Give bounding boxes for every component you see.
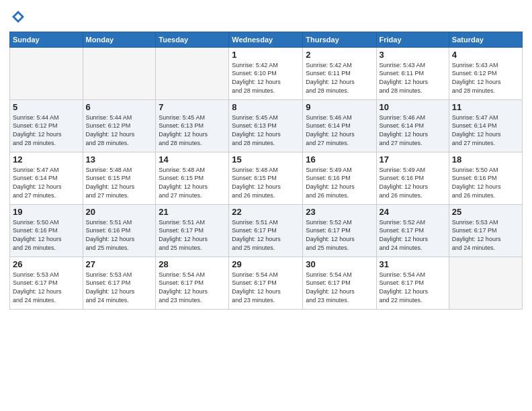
day-number: 19 [13,207,80,217]
day-number: 14 [159,154,226,165]
day-number: 11 [452,102,519,112]
calendar-cell: 4Sunrise: 5:43 AM Sunset: 6:12 PM Daylig… [449,47,522,99]
weekday-header-thursday: Thursday [303,32,376,47]
day-number: 28 [159,259,226,269]
day-number: 20 [86,207,153,217]
day-info: Sunrise: 5:50 AM Sunset: 6:16 PM Dayligh… [13,218,80,252]
day-info: Sunrise: 5:53 AM Sunset: 6:17 PM Dayligh… [86,271,153,304]
calendar-cell: 17Sunrise: 5:49 AM Sunset: 6:16 PM Dayli… [376,152,449,204]
day-number: 21 [159,207,226,217]
day-number: 6 [86,102,153,112]
day-info: Sunrise: 5:46 AM Sunset: 6:14 PM Dayligh… [380,113,446,147]
day-info: Sunrise: 5:51 AM Sunset: 6:17 PM Dayligh… [232,218,300,252]
day-info: Sunrise: 5:42 AM Sunset: 6:11 PM Dayligh… [306,61,373,95]
week-row-1: 1Sunrise: 5:42 AM Sunset: 6:10 PM Daylig… [10,47,523,99]
day-info: Sunrise: 5:48 AM Sunset: 6:15 PM Dayligh… [86,166,153,199]
week-row-5: 26Sunrise: 5:53 AM Sunset: 6:17 PM Dayli… [10,257,523,309]
day-info: Sunrise: 5:47 AM Sunset: 6:14 PM Dayligh… [452,113,519,147]
day-number: 31 [380,259,446,269]
day-info: Sunrise: 5:51 AM Sunset: 6:17 PM Dayligh… [159,218,226,252]
day-number: 1 [232,50,300,60]
calendar-cell [449,257,522,309]
day-number: 27 [86,259,153,269]
day-number: 22 [232,207,300,217]
day-number: 24 [380,207,446,217]
calendar-cell: 11Sunrise: 5:47 AM Sunset: 6:14 PM Dayli… [449,99,522,152]
day-info: Sunrise: 5:46 AM Sunset: 6:14 PM Dayligh… [306,113,373,147]
calendar-cell: 25Sunrise: 5:53 AM Sunset: 6:17 PM Dayli… [449,204,522,257]
calendar-cell: 7Sunrise: 5:45 AM Sunset: 6:13 PM Daylig… [156,99,229,152]
weekday-header-friday: Friday [376,32,449,47]
calendar: SundayMondayTuesdayWednesdayThursdayFrid… [9,32,523,310]
calendar-cell: 20Sunrise: 5:51 AM Sunset: 6:16 PM Dayli… [83,204,156,257]
day-info: Sunrise: 5:48 AM Sunset: 6:15 PM Dayligh… [232,166,300,199]
weekday-header-wednesday: Wednesday [229,32,303,47]
day-info: Sunrise: 5:54 AM Sunset: 6:17 PM Dayligh… [159,271,226,304]
day-info: Sunrise: 5:47 AM Sunset: 6:14 PM Dayligh… [13,166,80,199]
calendar-cell: 18Sunrise: 5:50 AM Sunset: 6:16 PM Dayli… [449,152,522,204]
day-info: Sunrise: 5:51 AM Sunset: 6:16 PM Dayligh… [86,218,153,252]
logo-icon [11,9,26,24]
week-row-3: 12Sunrise: 5:47 AM Sunset: 6:14 PM Dayli… [10,152,523,204]
day-info: Sunrise: 5:45 AM Sunset: 6:13 PM Dayligh… [232,113,300,147]
day-number: 2 [306,50,373,60]
calendar-cell [10,47,83,99]
calendar-cell: 14Sunrise: 5:48 AM Sunset: 6:15 PM Dayli… [156,152,229,204]
calendar-cell [156,47,229,99]
calendar-cell [83,47,156,99]
weekday-header-saturday: Saturday [449,32,522,47]
calendar-cell: 19Sunrise: 5:50 AM Sunset: 6:16 PM Dayli… [10,204,83,257]
calendar-cell: 5Sunrise: 5:44 AM Sunset: 6:12 PM Daylig… [10,99,83,152]
day-info: Sunrise: 5:53 AM Sunset: 6:17 PM Dayligh… [452,218,519,252]
day-info: Sunrise: 5:45 AM Sunset: 6:13 PM Dayligh… [159,113,226,147]
calendar-cell: 10Sunrise: 5:46 AM Sunset: 6:14 PM Dayli… [376,99,449,152]
calendar-cell: 29Sunrise: 5:54 AM Sunset: 6:17 PM Dayli… [229,257,303,309]
day-number: 17 [380,154,446,165]
day-info: Sunrise: 5:44 AM Sunset: 6:12 PM Dayligh… [86,113,153,147]
calendar-cell: 8Sunrise: 5:45 AM Sunset: 6:13 PM Daylig… [229,99,303,152]
calendar-cell: 21Sunrise: 5:51 AM Sunset: 6:17 PM Dayli… [156,204,229,257]
weekday-header-tuesday: Tuesday [156,32,229,47]
day-info: Sunrise: 5:54 AM Sunset: 6:17 PM Dayligh… [232,271,300,304]
calendar-cell: 13Sunrise: 5:48 AM Sunset: 6:15 PM Dayli… [83,152,156,204]
day-number: 23 [306,207,373,217]
calendar-cell: 24Sunrise: 5:52 AM Sunset: 6:17 PM Dayli… [376,204,449,257]
week-row-4: 19Sunrise: 5:50 AM Sunset: 6:16 PM Dayli… [10,204,523,257]
calendar-cell: 23Sunrise: 5:52 AM Sunset: 6:17 PM Dayli… [303,204,376,257]
day-number: 18 [452,154,519,165]
calendar-cell: 22Sunrise: 5:51 AM Sunset: 6:17 PM Dayli… [229,204,303,257]
weekday-header-sunday: Sunday [10,32,83,47]
weekday-header-monday: Monday [83,32,156,47]
day-number: 7 [159,102,226,112]
calendar-cell: 6Sunrise: 5:44 AM Sunset: 6:12 PM Daylig… [83,99,156,152]
week-row-2: 5Sunrise: 5:44 AM Sunset: 6:12 PM Daylig… [10,99,523,152]
day-number: 9 [306,102,373,112]
weekday-header-row: SundayMondayTuesdayWednesdayThursdayFrid… [10,32,523,47]
day-number: 12 [13,154,80,165]
day-info: Sunrise: 5:48 AM Sunset: 6:15 PM Dayligh… [159,166,226,199]
day-number: 10 [380,102,446,112]
day-info: Sunrise: 5:53 AM Sunset: 6:17 PM Dayligh… [13,271,80,304]
logo [9,9,26,28]
day-number: 8 [232,102,300,112]
calendar-cell: 26Sunrise: 5:53 AM Sunset: 6:17 PM Dayli… [10,257,83,309]
calendar-cell: 15Sunrise: 5:48 AM Sunset: 6:15 PM Dayli… [229,152,303,204]
day-info: Sunrise: 5:52 AM Sunset: 6:17 PM Dayligh… [306,218,373,252]
calendar-cell: 9Sunrise: 5:46 AM Sunset: 6:14 PM Daylig… [303,99,376,152]
day-number: 25 [452,207,519,217]
day-number: 15 [232,154,300,165]
header [9,7,523,28]
day-info: Sunrise: 5:49 AM Sunset: 6:16 PM Dayligh… [380,166,446,199]
day-info: Sunrise: 5:49 AM Sunset: 6:16 PM Dayligh… [306,166,373,199]
day-number: 3 [380,50,446,60]
day-info: Sunrise: 5:50 AM Sunset: 6:16 PM Dayligh… [452,166,519,199]
calendar-cell: 12Sunrise: 5:47 AM Sunset: 6:14 PM Dayli… [10,152,83,204]
calendar-cell: 3Sunrise: 5:43 AM Sunset: 6:11 PM Daylig… [376,47,449,99]
day-info: Sunrise: 5:52 AM Sunset: 6:17 PM Dayligh… [380,218,446,252]
page: SundayMondayTuesdayWednesdayThursdayFrid… [0,0,532,411]
day-number: 29 [232,259,300,269]
day-number: 5 [13,102,80,112]
day-number: 26 [13,259,80,269]
day-number: 16 [306,154,373,165]
calendar-cell: 16Sunrise: 5:49 AM Sunset: 6:16 PM Dayli… [303,152,376,204]
